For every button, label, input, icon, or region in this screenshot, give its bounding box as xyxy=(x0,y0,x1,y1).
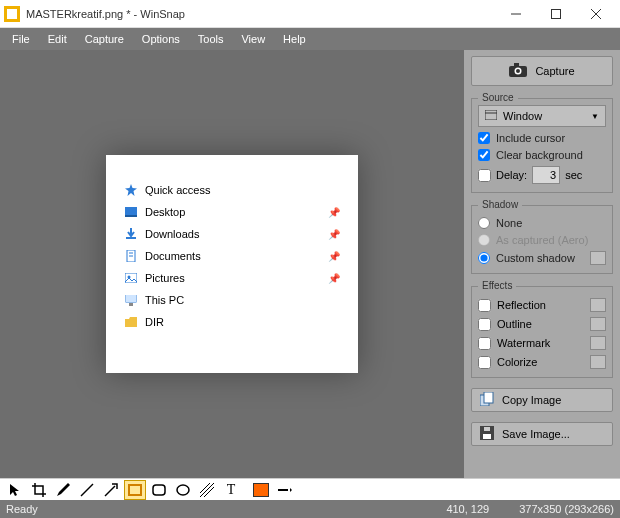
close-button[interactable] xyxy=(576,1,616,27)
watermark-label: Watermark xyxy=(497,337,550,349)
svg-line-34 xyxy=(200,483,214,497)
list-item-label: Pictures xyxy=(145,272,185,284)
shadow-none-input[interactable] xyxy=(478,217,490,229)
watermark-config-button[interactable] xyxy=(590,336,606,350)
menu-tools[interactable]: Tools xyxy=(190,31,232,47)
list-item: DIR xyxy=(124,311,340,333)
copy-icon xyxy=(480,392,494,408)
shadow-custom-label: Custom shadow xyxy=(496,252,575,264)
menu-options[interactable]: Options xyxy=(134,31,188,47)
source-mode-label: Window xyxy=(503,110,542,122)
menubar: File Edit Capture Options Tools View Hel… xyxy=(0,28,620,50)
delay-value-input[interactable] xyxy=(532,166,560,184)
menu-edit[interactable]: Edit xyxy=(40,31,75,47)
list-item: Desktop 📌 xyxy=(124,201,340,223)
status-position: 410, 129 xyxy=(446,503,489,515)
svg-rect-30 xyxy=(129,485,141,495)
delay-unit: sec xyxy=(565,169,582,181)
reflection-checkbox[interactable] xyxy=(478,299,491,312)
svg-rect-1 xyxy=(7,9,17,19)
save-image-button[interactable]: Save Image... xyxy=(471,422,613,446)
svg-rect-20 xyxy=(514,63,519,66)
source-group: Source Window ▼ Include cursor Clear bac… xyxy=(471,98,613,193)
list-item-label: Desktop xyxy=(145,206,185,218)
delay-checkbox[interactable] xyxy=(478,169,491,182)
pen-tool[interactable] xyxy=(52,480,74,500)
document-icon xyxy=(124,250,138,262)
colorize-label: Colorize xyxy=(497,356,537,368)
shadow-none-radio[interactable]: None xyxy=(478,217,606,229)
menu-capture[interactable]: Capture xyxy=(77,31,132,47)
clear-background-checkbox[interactable]: Clear background xyxy=(478,149,606,161)
shadow-none-label: None xyxy=(496,217,522,229)
stroke-width-dropdown[interactable] xyxy=(274,480,296,500)
camera-icon xyxy=(509,63,527,79)
svg-line-28 xyxy=(81,484,93,496)
shadow-group: Shadow None As captured (Aero) Custom sh… xyxy=(471,205,613,274)
statusbar: Ready 410, 129 377x350 (293x266) xyxy=(0,500,620,518)
include-cursor-input[interactable] xyxy=(478,132,490,144)
download-icon xyxy=(124,228,138,240)
clear-background-label: Clear background xyxy=(496,149,583,161)
side-panel: Capture Source Window ▼ Include cursor C… xyxy=(464,50,620,478)
svg-rect-15 xyxy=(126,295,136,302)
colorize-checkbox[interactable] xyxy=(478,356,491,369)
menu-file[interactable]: File xyxy=(4,31,38,47)
svg-rect-7 xyxy=(125,207,137,215)
list-item: Downloads 📌 xyxy=(124,223,340,245)
menu-view[interactable]: View xyxy=(233,31,273,47)
outline-checkbox[interactable] xyxy=(478,318,491,331)
shadow-config-button[interactable] xyxy=(590,251,606,265)
maximize-button[interactable] xyxy=(536,1,576,27)
list-item: Pictures 📌 xyxy=(124,267,340,289)
folder-icon xyxy=(124,317,138,327)
annotation-toolbar: T xyxy=(0,478,620,500)
source-mode-dropdown[interactable]: Window ▼ xyxy=(478,105,606,127)
ellipse-tool[interactable] xyxy=(172,480,194,500)
colorize-config-button[interactable] xyxy=(590,355,606,369)
svg-rect-8 xyxy=(125,215,137,217)
shadow-legend: Shadow xyxy=(478,199,522,210)
rectangle-tool[interactable] xyxy=(124,480,146,500)
color-swatch[interactable] xyxy=(250,480,272,500)
clear-background-input[interactable] xyxy=(478,149,490,161)
svg-point-32 xyxy=(177,485,189,495)
shadow-custom-input[interactable] xyxy=(478,252,490,264)
star-icon xyxy=(124,184,138,196)
line-tool[interactable] xyxy=(76,480,98,500)
effects-legend: Effects xyxy=(478,280,516,291)
svg-rect-27 xyxy=(484,427,490,431)
include-cursor-checkbox[interactable]: Include cursor xyxy=(478,132,606,144)
svg-point-19 xyxy=(516,69,520,73)
menu-help[interactable]: Help xyxy=(275,31,314,47)
shadow-custom-radio[interactable]: Custom shadow xyxy=(478,251,606,265)
list-item: This PC xyxy=(124,289,340,311)
reflection-config-button[interactable] xyxy=(590,298,606,312)
rounded-rect-tool[interactable] xyxy=(148,480,170,500)
status-size: 377x350 (293x266) xyxy=(519,503,614,515)
include-cursor-label: Include cursor xyxy=(496,132,565,144)
hatch-tool[interactable] xyxy=(196,480,218,500)
watermark-checkbox[interactable] xyxy=(478,337,491,350)
capture-button[interactable]: Capture xyxy=(471,56,613,86)
crop-tool[interactable] xyxy=(28,480,50,500)
list-item-label: Documents xyxy=(145,250,201,262)
outline-config-button[interactable] xyxy=(590,317,606,331)
arrow-tool[interactable] xyxy=(100,480,122,500)
list-item-label: Downloads xyxy=(145,228,199,240)
pointer-tool[interactable] xyxy=(4,480,26,500)
app-icon xyxy=(4,6,20,22)
shadow-aero-label: As captured (Aero) xyxy=(496,234,588,246)
svg-rect-21 xyxy=(485,110,497,120)
titlebar: MASTERkreatif.png * - WinSnap xyxy=(0,0,620,28)
svg-rect-26 xyxy=(483,434,491,439)
canvas-area[interactable]: Quick access Desktop 📌 Downloads 📌 Docum… xyxy=(0,50,464,478)
svg-rect-12 xyxy=(125,273,137,283)
minimize-button[interactable] xyxy=(496,1,536,27)
shadow-aero-input xyxy=(478,234,490,246)
pictures-icon xyxy=(124,273,138,283)
svg-rect-16 xyxy=(129,303,133,306)
copy-image-button[interactable]: Copy Image xyxy=(471,388,613,412)
text-tool[interactable]: T xyxy=(220,480,242,500)
effects-group: Effects Reflection Outline Watermark Col… xyxy=(471,286,613,378)
